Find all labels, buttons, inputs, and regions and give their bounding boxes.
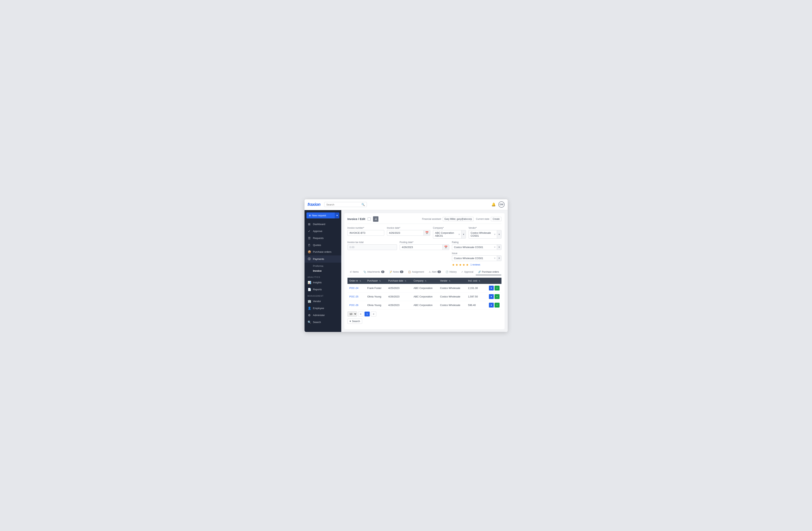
- purchase-orders-tab-icon: 🔗: [478, 270, 481, 273]
- invoice-number-input[interactable]: [347, 230, 384, 236]
- col-purchaser[interactable]: Purchaser ⇅: [365, 278, 386, 284]
- company-dropdown-button[interactable]: ▾: [461, 230, 466, 238]
- row-down-button[interactable]: ▾: [489, 294, 494, 299]
- purchase-orders-icon: 📦: [308, 250, 311, 254]
- sidebar-item-quotes[interactable]: 🗒 Quotes: [305, 242, 341, 249]
- invoice-date-calendar-button[interactable]: 📅: [423, 230, 430, 236]
- financial-assistant-label: Financial assistant: [422, 218, 441, 220]
- sidebar-nav: ⊞ Dashboard ✓ Approve ☰ Requests 🗒 Quote…: [305, 221, 341, 332]
- issue-group: Issue Costco Wholesale COS01 × ▾: [452, 252, 502, 261]
- rating-group: Rating Costco Wholesale COS01 × ▾: [452, 241, 502, 250]
- order-nr-cell[interactable]: POC-25: [347, 292, 365, 301]
- table-row: POC-25 Olivia Young 4/26/2023 ABC Corpor…: [347, 292, 502, 301]
- col-vendor[interactable]: Vendor ⇅: [438, 278, 466, 284]
- prev-page-button[interactable]: <: [358, 311, 364, 317]
- form-checkbox[interactable]: [367, 218, 371, 221]
- requests-icon: ☰: [308, 236, 311, 240]
- current-state-label: Current state: [476, 218, 489, 220]
- vendor-dropdown-button[interactable]: ▾: [497, 230, 501, 238]
- new-request-wrap: ⊕ New request ▾: [306, 212, 339, 219]
- col-incl-cost[interactable]: Incl. cost ⇅: [466, 278, 485, 284]
- tab-items[interactable]: 🏷 Items: [347, 269, 361, 275]
- row-plus-button[interactable]: +: [494, 285, 499, 291]
- reports-icon: 📄: [308, 288, 311, 291]
- rating-clear-button[interactable]: ×: [493, 246, 497, 249]
- posting-date-input[interactable]: [400, 244, 443, 250]
- row-plus-button[interactable]: +: [494, 294, 499, 299]
- posting-date-group: Posting date* 📅: [400, 241, 449, 267]
- rating-stars-row: ★ ★ ★ ★ ★ 1 reviews: [452, 263, 502, 267]
- per-page-select[interactable]: 10 25 50: [347, 311, 357, 317]
- next-page-button[interactable]: >: [371, 311, 376, 317]
- invoice-date-input[interactable]: [387, 230, 423, 236]
- col-company[interactable]: Company ⇅: [411, 278, 438, 284]
- issue-dropdown-button[interactable]: ▾: [497, 256, 501, 261]
- row-plus-button[interactable]: +: [494, 303, 499, 308]
- reviews-link[interactable]: 1 reviews: [470, 263, 480, 266]
- tab-notes[interactable]: 📝 Notes 0: [387, 269, 406, 275]
- sidebar-sub-proforma[interactable]: Proforma: [313, 264, 341, 268]
- tab-attachments[interactable]: 📎 Attachments 0: [361, 269, 387, 275]
- page-1-button[interactable]: 1: [364, 311, 370, 317]
- invoice-tax-input[interactable]: [347, 244, 397, 250]
- sidebar-item-vendor[interactable]: 🏢 Vendor: [305, 298, 341, 305]
- topbar-right: 🔔 GM: [491, 201, 505, 208]
- star-5: ★: [466, 263, 468, 267]
- col-actions: [485, 278, 501, 284]
- col-order-nr[interactable]: Order nr ⇅: [347, 278, 365, 284]
- sidebar-item-dashboard[interactable]: ⊞ Dashboard: [305, 221, 341, 228]
- approval-tab-icon: ✓: [461, 270, 463, 273]
- sidebar-item-administer[interactable]: ⚙ Administer: [305, 312, 341, 319]
- print-button[interactable]: 🖨: [373, 216, 378, 222]
- new-request-button[interactable]: ⊕ New request: [306, 212, 335, 219]
- company-clear-button[interactable]: ×: [457, 233, 461, 236]
- vendor-label: Vendor*: [468, 227, 502, 229]
- sidebar-item-purchase-orders[interactable]: 📦 Purchase orders: [305, 249, 341, 255]
- tabs: 🏷 Items 📎 Attachments 0 📝 Notes 0 �: [347, 269, 502, 275]
- analytics-section-label: ANALYTICS: [305, 274, 341, 279]
- search-toggle[interactable]: ▾ Search: [347, 319, 362, 324]
- sidebar-item-employee[interactable]: 👤 Employee: [305, 305, 341, 312]
- row-down-button[interactable]: ▾: [489, 303, 494, 308]
- sidebar-item-approve[interactable]: ✓ Approve: [305, 228, 341, 235]
- sidebar-sub-invoice[interactable]: Invoice: [313, 268, 341, 273]
- sidebar-item-payments[interactable]: ⓪ Payments: [305, 255, 341, 263]
- company-group: Company* ABC Corporation ABC01 × ▾: [433, 227, 466, 239]
- management-section-label: MANAGEMENT: [305, 293, 341, 298]
- sidebar-item-requests[interactable]: ☰ Requests: [305, 235, 341, 242]
- avatar[interactable]: GM: [498, 201, 505, 208]
- sidebar-item-insights[interactable]: 📊 Insights: [305, 279, 341, 286]
- col-purchase-date[interactable]: Purchase date ⇅: [386, 278, 412, 284]
- tab-alert[interactable]: ⚠ Alert 0: [426, 269, 443, 275]
- tab-assignment[interactable]: 📋 Assignment: [406, 269, 426, 275]
- invoice-date-label: Invoice date*: [387, 227, 430, 229]
- rating-dropdown-button[interactable]: ▾: [497, 244, 501, 250]
- vendor-icon: 🏢: [308, 299, 311, 303]
- vendor-clear-button[interactable]: ×: [493, 233, 497, 236]
- posting-date-calendar-button[interactable]: 📅: [443, 244, 449, 250]
- financial-assistant-value: Gary Miller, gary@abccorp: [443, 217, 474, 221]
- sidebar-item-search[interactable]: 🔍 Search: [305, 319, 341, 326]
- purchase-orders-table-wrapper: Order nr ⇅ Purchaser ⇅ Purchase date ⇅: [347, 278, 502, 309]
- row-down-button[interactable]: ▾: [489, 285, 494, 291]
- right-fields-col: Rating Costco Wholesale COS01 × ▾ Issue …: [452, 241, 502, 267]
- tab-approval[interactable]: ✓ Approval: [459, 269, 476, 275]
- app-logo: fraxion: [308, 202, 320, 207]
- company-cell: ABC Corporation: [411, 301, 438, 309]
- form-row-1: Invoice number* Invoice date* 📅 Company*: [347, 227, 502, 239]
- order-nr-cell[interactable]: POC-24: [347, 284, 365, 292]
- sidebar-item-reports[interactable]: 📄 Reports: [305, 286, 341, 293]
- purchaser-cell: Olivia Young: [365, 301, 386, 309]
- attachments-badge: 0: [381, 270, 385, 273]
- search-input[interactable]: [327, 203, 360, 206]
- new-request-dropdown-button[interactable]: ▾: [335, 212, 339, 219]
- search-bar[interactable]: 🔍: [324, 202, 367, 207]
- notification-bell-icon[interactable]: 🔔: [491, 202, 496, 207]
- issue-clear-button[interactable]: ×: [493, 256, 497, 260]
- plus-icon: ⊕: [309, 214, 311, 217]
- tab-purchase-orders[interactable]: 🔗 Purchase orders: [476, 269, 501, 275]
- tab-history[interactable]: 🕐 History: [443, 269, 459, 275]
- sort-incl-cost-icon: ⇅: [479, 280, 480, 282]
- form-title: Invoice / Edit: [347, 217, 365, 221]
- order-nr-cell[interactable]: POC-26: [347, 301, 365, 309]
